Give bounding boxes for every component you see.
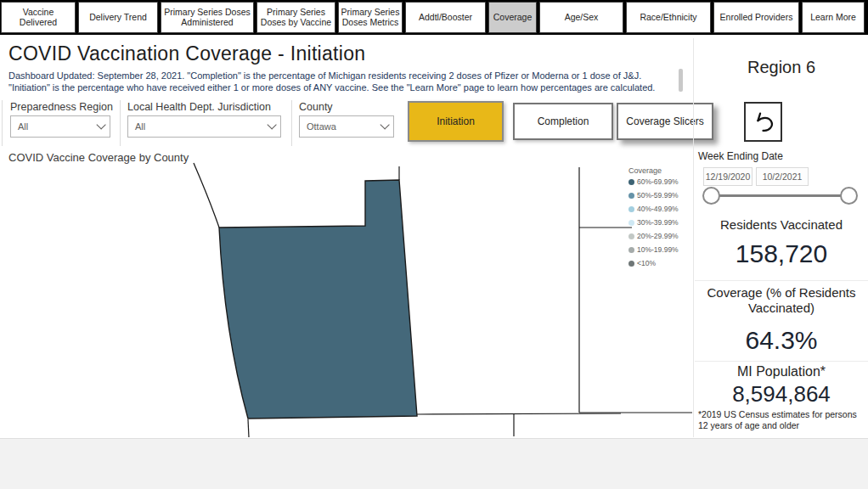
county-choropleth-map[interactable] [0,161,692,438]
completion-button[interactable]: Completion [513,103,613,140]
county-boundary-line [248,419,249,437]
end-date-input[interactable]: 10/2/2021 [756,167,809,186]
week-ending-date-label: Week Ending Date [698,150,783,162]
tab-delivery-trend[interactable]: Delivery Trend [78,2,158,33]
footer-strip [0,438,868,489]
initiation-button[interactable]: Initiation [408,101,504,142]
legend-dot-10-19 [628,247,634,253]
tab-race-ethnicity[interactable]: Race/Ethnicity [626,2,711,33]
coverage-percent-value: 64.3% [695,326,868,355]
date-range-slider-handle-end[interactable] [840,187,858,205]
tab-primary-series-doses-metrics[interactable]: Primary Series Doses Metrics [338,2,403,33]
census-footnote: *2019 US Census estimates for persons 12… [698,409,863,431]
preparedness-region-dropdown[interactable]: All [10,115,110,138]
start-date-input[interactable]: 12/19/2020 [703,167,752,186]
lhd-jurisdiction-dropdown[interactable]: All [127,115,281,138]
legend-item: 40%-49.99% [628,205,691,213]
mi-population-card: MI Population* 8,594,864 [695,361,868,408]
filter-divider [120,100,121,146]
residents-vaccinated-label: Residents Vaccinated [695,217,868,233]
county-value: Ottawa [307,121,380,132]
tab-addtl-booster[interactable]: Addtl/Booster [405,2,486,33]
region-heading: Region 6 [695,41,868,93]
chevron-down-icon [380,120,389,129]
legend-label: 60%-69.99% [637,177,679,186]
preparedness-region-label: Preparedness Region [10,101,113,113]
legend-item: 60%-69.99% [628,177,691,186]
legend-title: Coverage [628,166,691,175]
mi-population-label: MI Population* [695,364,868,379]
map-legend: Coverage 60%-69.99% 50%-59.99% 40%-49.99… [628,166,691,273]
legend-dot-30-39 [628,220,634,226]
tab-primary-series-doses-administered[interactable]: Primary Series Doses Administered [161,2,254,33]
ottawa-county-shape[interactable] [219,180,417,419]
tab-primary-series-doses-by-vaccine[interactable]: Primary Series Doses by Vaccine [256,2,335,33]
legend-label: 10%-19.99% [637,245,679,254]
coverage-percent-card: Coverage (% of Residents Vaccinated) 64.… [695,280,868,360]
legend-dot-50-59 [628,193,634,199]
legend-item: <10% [628,259,691,267]
sidebar-divider [693,38,694,437]
legend-dot-under-10 [628,261,634,267]
dashboard-root: Vaccine Delivered Delivery Trend Primary… [0,0,868,489]
filter-divider [291,100,292,146]
legend-label: <10% [637,259,656,267]
legend-item: 30%-39.99% [628,218,691,227]
mi-population-value: 8,594,864 [695,381,868,408]
subtitle-line-1: Dashboard Updated: September 28, 2021. "… [8,70,676,82]
subtitle-scrollbar[interactable] [679,69,683,92]
tab-age-sex[interactable]: Age/Sex [539,2,623,33]
lhd-jurisdiction-value: All [135,121,267,132]
dashboard-subtitle: Dashboard Updated: September 28, 2021. "… [8,70,676,93]
chevron-down-icon [267,120,276,129]
legend-item: 20%-29.99% [628,232,691,240]
shoreline-line [194,163,219,228]
back-arrow-icon [751,110,776,135]
county-boundary-line [417,413,621,414]
chevron-down-icon [96,120,105,129]
tab-learn-more[interactable]: Learn More [802,2,865,33]
legend-dot-60-69 [628,179,634,185]
date-range-slider-track[interactable] [712,194,849,197]
top-tab-bar: Vaccine Delivered Delivery Trend Primary… [0,0,868,35]
legend-label: 20%-29.99% [637,232,679,240]
coverage-slicers-button[interactable]: Coverage Slicers [617,103,713,140]
county-dropdown[interactable]: Ottawa [299,115,394,138]
tab-coverage[interactable]: Coverage [488,2,537,33]
filter-divider [2,100,3,146]
subtitle-line-2: "Initiation" is the percentage who have … [8,82,676,93]
residents-vaccinated-card: Residents Vaccinated 158,720 [695,214,868,279]
tab-vaccine-delivered[interactable]: Vaccine Delivered [1,2,76,33]
legend-dot-40-49 [628,206,634,212]
date-range-slider-handle-start[interactable] [702,187,720,205]
legend-label: 40%-49.99% [637,205,679,213]
lhd-jurisdiction-label: Local Health Dept. Jurisdiction [127,101,271,113]
legend-label: 30%-39.99% [637,218,679,227]
back-button[interactable] [744,102,782,142]
residents-vaccinated-value: 158,720 [695,239,868,268]
legend-label: 50%-59.99% [637,191,679,200]
tab-enrolled-providers[interactable]: Enrolled Providers [713,2,799,33]
legend-dot-20-29 [628,233,634,239]
page-title: COVID Vaccination Coverage - Initiation [8,42,365,65]
legend-item: 50%-59.99% [628,191,691,200]
preparedness-region-value: All [18,121,96,132]
county-label: County [299,101,333,113]
legend-item: 10%-19.99% [628,245,691,254]
coverage-percent-label: Coverage (% of Residents Vaccinated) [695,285,868,316]
